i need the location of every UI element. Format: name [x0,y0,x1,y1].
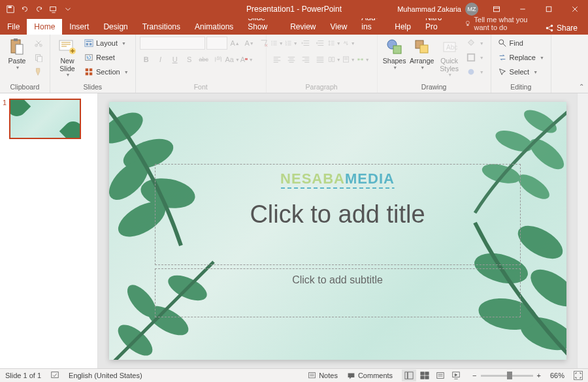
tab-transitions[interactable]: Transitions [135,19,188,35]
text-direction-icon[interactable]: A▼ [342,37,355,50]
new-slide-button[interactable]: New Slide▼ [54,37,80,79]
section-button[interactable]: Section▼ [82,65,131,78]
share-icon [545,24,554,33]
close-icon[interactable] [562,0,588,18]
svg-point-29 [271,44,272,45]
qat-dropdown-icon[interactable] [61,3,74,16]
bullets-icon[interactable]: ▼ [270,37,284,50]
align-center-icon[interactable] [285,53,298,66]
strike-button[interactable]: abc [197,53,210,66]
paste-button[interactable]: Paste▼ [4,37,30,71]
shapes-button[interactable]: Shapes▼ [382,37,408,71]
select-button[interactable]: Select▼ [495,65,547,78]
language-indicator[interactable]: English (United States) [69,372,142,379]
tab-design[interactable]: Design [96,19,135,35]
find-button[interactable]: Find [495,37,547,50]
underline-button[interactable]: U [169,53,182,66]
arrange-button[interactable]: Arrange▼ [409,37,435,71]
start-from-beginning-icon[interactable] [47,3,60,16]
comments-button[interactable]: Comments [347,372,393,380]
format-painter-button[interactable] [31,65,46,78]
shapes-icon [385,38,404,56]
bold-button[interactable]: B [140,53,153,66]
svg-rect-69 [421,372,424,375]
smartart-icon[interactable]: ▼ [357,53,370,66]
quick-styles-button[interactable]: Abc Quick Styles▼ [436,37,463,79]
thumbnail-preview[interactable] [9,99,81,139]
justify-icon[interactable] [314,53,327,66]
layout-button[interactable]: Layout▼ [82,37,131,50]
group-label-paragraph: Paragraph [270,83,373,91]
align-right-icon[interactable] [299,53,312,66]
user-name[interactable]: Muhammad Zakaria [397,5,461,13]
tab-review[interactable]: Review [283,19,323,35]
vertical-scrollbar[interactable] [577,93,588,368]
slide-sorter-icon[interactable] [417,370,432,381]
svg-rect-1 [50,7,56,11]
group-editing: Find Replace▼ Select▼ Editing [491,35,551,93]
thumbnail-1[interactable]: 1 [3,99,95,139]
title-text: Click to add title [250,200,425,229]
fit-to-window-icon[interactable] [574,371,583,380]
tab-help[interactable]: Help [387,19,418,35]
font-family-combo[interactable] [140,37,205,50]
zoom-track[interactable] [481,375,533,377]
cut-icon [34,39,43,48]
undo-icon[interactable] [18,3,31,16]
decrease-font-icon[interactable]: A▼ [243,37,256,50]
increase-font-icon[interactable]: A▲ [229,37,242,50]
collapse-ribbon-icon[interactable]: ⌃ [579,83,584,90]
cut-button[interactable] [31,37,46,50]
shape-fill-button[interactable]: ▼ [464,37,487,50]
slideshow-view-icon[interactable] [449,370,463,381]
subtitle-placeholder[interactable]: Click to add subtitle [155,268,521,317]
line-spacing-icon[interactable]: ▼ [328,37,341,50]
columns-icon[interactable]: ▼ [328,53,341,66]
slide-counter[interactable]: Slide 1 of 1 [5,372,41,379]
numbering-icon[interactable]: 123▼ [285,37,298,50]
maximize-icon[interactable] [536,0,562,18]
font-size-combo[interactable] [206,37,227,50]
slide-editor[interactable]: NESABAMEDIA Click to add title Click to … [98,93,577,368]
tab-file[interactable]: File [0,19,27,35]
svg-rect-71 [421,376,424,379]
decrease-indent-icon[interactable] [299,37,312,50]
title-placeholder[interactable]: Click to add title [155,164,521,265]
reading-view-icon[interactable] [433,370,448,381]
svg-rect-23 [90,69,92,71]
share-button[interactable]: Share [540,22,583,35]
redo-icon[interactable] [33,3,46,16]
spellcheck-icon[interactable] [50,370,59,381]
char-spacing-icon[interactable]: AV [212,53,225,66]
notes-button[interactable]: Notes [308,372,338,380]
zoom-slider[interactable]: − + [472,372,541,379]
normal-view-icon[interactable] [402,370,416,381]
align-text-icon[interactable]: ▼ [342,53,355,66]
svg-point-28 [271,42,272,43]
slide-canvas[interactable]: NESABAMEDIA Click to add title Click to … [109,102,566,360]
tab-insert[interactable]: Insert [62,19,96,35]
zoom-level[interactable]: 66% [550,372,564,379]
reset-button[interactable]: Reset [82,51,131,64]
replace-button[interactable]: Replace▼ [495,51,547,64]
paste-icon [8,38,26,56]
change-case-icon[interactable]: Aa▼ [226,53,239,66]
copy-button[interactable] [31,51,46,64]
zoom-out-icon[interactable]: − [472,372,476,379]
save-icon[interactable] [4,3,17,16]
shape-effects-button[interactable]: ▼ [464,65,487,78]
tab-view[interactable]: View [323,19,355,35]
align-left-icon[interactable] [270,53,284,66]
increase-indent-icon[interactable] [314,37,327,50]
italic-button[interactable]: I [154,53,167,66]
tab-animations[interactable]: Animations [188,19,240,35]
shadow-button[interactable]: S [183,53,196,66]
tab-home[interactable]: Home [27,19,62,35]
shape-outline-button[interactable]: ▼ [464,51,487,64]
svg-point-53 [525,134,566,175]
tell-me-search[interactable]: Tell me what you want to do [461,12,540,35]
zoom-in-icon[interactable]: + [537,372,541,379]
font-color-icon[interactable]: A▼ [240,53,253,66]
slide-thumbnail-pane[interactable]: 1 [0,93,98,368]
svg-rect-35 [357,59,359,61]
